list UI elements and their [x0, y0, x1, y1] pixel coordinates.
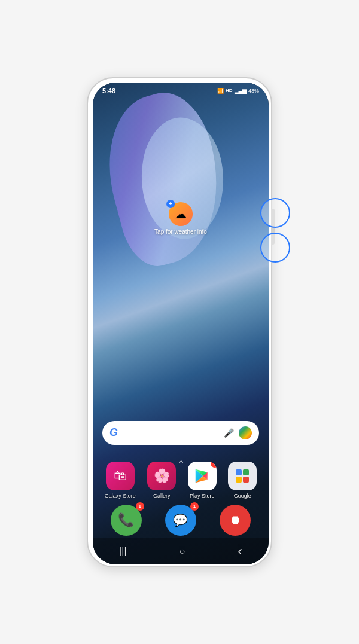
play-store-label: Play Store — [190, 493, 215, 499]
volume-up-circle-annotation — [260, 198, 290, 228]
search-bar[interactable]: G 🎤 — [102, 421, 259, 445]
bag-icon: 🛍 — [114, 468, 127, 484]
cloud-icon: ☁ — [175, 207, 187, 221]
flower-icon: 🌸 — [154, 468, 170, 484]
status-bar: 5:48 📶 HD ▂▄▆ 43% — [93, 83, 269, 99]
status-time: 5:48 — [102, 87, 115, 94]
battery-label: 43% — [248, 88, 259, 94]
bottom-dock: 1 📞 1 💬 ⏺ — [99, 505, 263, 536]
mic-icon[interactable]: 🎤 — [224, 428, 234, 438]
weather-icon: ☁ — [169, 202, 193, 226]
chevron-up-icon: ⌃ — [177, 459, 185, 469]
play-store-icon[interactable]: 1 — [188, 462, 217, 490]
google-grid-icon — [235, 468, 250, 484]
galaxy-store-icon[interactable]: 🛍 — [106, 462, 135, 490]
phone-app-icon[interactable]: 1 📞 — [111, 505, 142, 536]
recents-button[interactable]: ||| — [119, 546, 126, 557]
phone-badge: 1 — [136, 502, 144, 511]
nav-bar: ||| ○ ‹ — [93, 538, 269, 564]
galaxy-store-app[interactable]: 🛍 Galaxy Store — [105, 462, 136, 499]
phone-handset-icon: 📞 — [118, 512, 134, 528]
play-store-badge: 1 — [211, 462, 217, 468]
camera-app-icon[interactable]: ⏺ — [220, 505, 251, 536]
home-button[interactable]: ○ — [180, 546, 185, 557]
wifi-icon: 📶 — [217, 88, 224, 94]
google-cell-yellow — [236, 477, 242, 483]
volume-down-circle-annotation — [260, 233, 290, 263]
gallery-label: Gallery — [153, 493, 171, 499]
message-bubble-icon: 💬 — [173, 513, 188, 527]
google-g-logo: G — [109, 426, 118, 439]
gallery-icon[interactable]: 🌸 — [147, 462, 176, 490]
messages-badge: 1 — [190, 502, 199, 511]
app-drawer-chevron[interactable]: ⌃ — [177, 459, 185, 470]
gallery-app[interactable]: 🌸 Gallery — [147, 462, 176, 499]
google-cell-red — [243, 477, 249, 483]
google-cell-green — [243, 469, 249, 475]
phone-device: 5:48 📶 HD ▂▄▆ 43% ☁ Tap for weather info… — [87, 77, 272, 567]
page-background: 5:48 📶 HD ▂▄▆ 43% ☁ Tap for weather info… — [0, 0, 359, 644]
play-triangle-svg — [193, 467, 211, 485]
camera-icon: ⏺ — [229, 513, 241, 527]
google-cell-blue — [236, 469, 242, 475]
google-app[interactable]: Google — [228, 462, 257, 499]
weather-widget[interactable]: ☁ Tap for weather info — [154, 202, 207, 235]
hd-label: HD — [226, 88, 233, 93]
google-lens-icon[interactable] — [239, 426, 252, 439]
google-label: Google — [234, 493, 251, 499]
play-store-app[interactable]: 1 — [188, 462, 217, 499]
messages-app-icon[interactable]: 1 💬 — [165, 505, 196, 536]
phone-screen: 5:48 📶 HD ▂▄▆ 43% ☁ Tap for weather info… — [93, 83, 269, 564]
weather-label: Tap for weather info — [154, 228, 207, 235]
signal-icon: ▂▄▆ — [235, 88, 247, 94]
google-icon[interactable] — [228, 462, 257, 490]
status-icons: 📶 HD ▂▄▆ 43% — [217, 88, 259, 94]
galaxy-store-label: Galaxy Store — [105, 493, 136, 499]
back-button[interactable]: ‹ — [238, 544, 242, 559]
